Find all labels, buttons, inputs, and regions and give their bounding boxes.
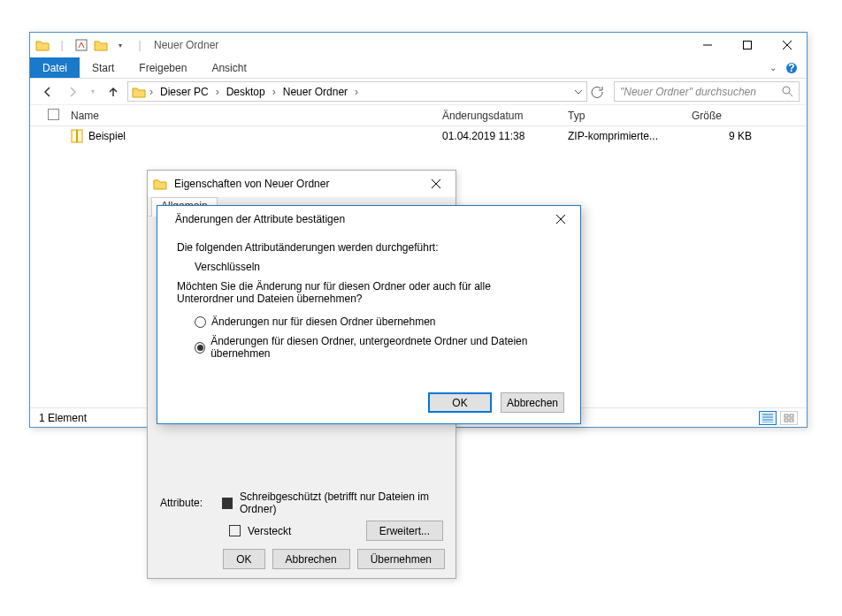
- tab-ansicht[interactable]: Ansicht: [199, 57, 258, 78]
- folder-icon: [35, 38, 50, 52]
- tab-freigeben[interactable]: Freigeben: [126, 57, 199, 78]
- radio-label-2: Änderungen für diesen Ordner, untergeord…: [210, 335, 561, 360]
- breadcrumb-dropdown-icon[interactable]: [574, 87, 583, 96]
- confirm-line2: Möchten Sie die Änderung nur für diesen …: [177, 280, 561, 305]
- chevron-right-icon[interactable]: ›: [214, 86, 221, 98]
- attributes-section: Attribute: Schreibgeschützt (betrifft nu…: [148, 482, 455, 541]
- radio-label-1: Änderungen nur für diesen Ordner überneh…: [211, 316, 436, 328]
- forward-button[interactable]: [62, 81, 83, 103]
- column-name[interactable]: Name: [65, 110, 437, 122]
- breadcrumb-item[interactable]: Neuer Ordner: [279, 86, 351, 98]
- file-date: 01.04.2019 11:38: [437, 130, 563, 142]
- hidden-checkbox[interactable]: [229, 525, 241, 536]
- back-button[interactable]: [37, 81, 58, 103]
- qat-sep: |: [55, 38, 69, 52]
- advanced-button[interactable]: Erweitert...: [366, 521, 443, 541]
- help-icon[interactable]: ?: [785, 62, 798, 74]
- maximize-button[interactable]: [727, 33, 767, 57]
- confirm-body: Die folgenden Attributänderungen werden …: [157, 232, 580, 372]
- tab-datei[interactable]: Datei: [30, 57, 80, 78]
- status-text: 1 Element: [39, 412, 87, 424]
- properties-icon[interactable]: [74, 38, 88, 52]
- props-titlebar: Eigenschaften von Neuer Ordner: [148, 171, 455, 197]
- props-close-button[interactable]: [416, 171, 455, 196]
- confirm-change: Verschlüsseln: [177, 254, 561, 280]
- file-size: 9 KB: [686, 130, 757, 142]
- up-button[interactable]: [103, 81, 124, 103]
- ribbon-expand-icon[interactable]: ⌄: [769, 63, 777, 72]
- search-placeholder: "Neuer Ordner" durchsuchen: [620, 86, 777, 98]
- view-details-button[interactable]: [759, 411, 777, 425]
- radio-option-1[interactable]: Änderungen nur für diesen Ordner überneh…: [177, 312, 561, 331]
- qat-dropdown-icon[interactable]: ▾: [113, 38, 127, 52]
- chevron-right-icon[interactable]: ›: [353, 86, 360, 98]
- column-date[interactable]: Änderungsdatum: [437, 110, 563, 122]
- svg-point-4: [783, 87, 790, 94]
- svg-rect-0: [76, 40, 87, 50]
- radio-icon[interactable]: [195, 316, 206, 328]
- svg-rect-10: [790, 419, 793, 422]
- readonly-label: Schreibgeschützt (betrifft nur Dateien i…: [240, 491, 443, 515]
- chevron-right-icon[interactable]: ›: [271, 86, 278, 98]
- confirm-title: Änderungen der Attribute bestätigen: [170, 213, 345, 225]
- file-row[interactable]: Beispiel 01.04.2019 11:38 ZIP-komprimier…: [30, 126, 807, 146]
- confirm-titlebar: Änderungen der Attribute bestätigen: [157, 206, 580, 232]
- close-button[interactable]: [767, 33, 807, 57]
- props-ok-button[interactable]: OK: [223, 549, 264, 569]
- explorer-titlebar: | ▾ | Neuer Ordner: [30, 33, 807, 57]
- zip-file-icon: [71, 129, 83, 143]
- tab-start[interactable]: Start: [80, 57, 126, 78]
- quick-access-toolbar: | ▾ |: [35, 38, 147, 52]
- folder-icon: [132, 86, 146, 98]
- radio-icon[interactable]: [195, 342, 205, 354]
- confirm-line1: Die folgenden Attributänderungen werden …: [177, 241, 561, 254]
- search-box[interactable]: "Neuer Ordner" durchsuchen: [614, 81, 800, 102]
- props-apply-button[interactable]: Übernehmen: [357, 549, 445, 569]
- svg-text:?: ?: [788, 62, 794, 74]
- radio-option-2[interactable]: Änderungen für diesen Ordner, untergeord…: [177, 331, 561, 363]
- column-type[interactable]: Typ: [563, 110, 686, 122]
- window-title: Neuer Ordner: [154, 39, 218, 51]
- svg-rect-6: [76, 130, 78, 142]
- svg-rect-7: [785, 414, 788, 417]
- svg-rect-1: [743, 42, 751, 49]
- chevron-right-icon[interactable]: ›: [148, 86, 155, 98]
- confirm-close-button[interactable]: [540, 207, 580, 232]
- ribbon-right: ⌄ ?: [769, 57, 807, 78]
- confirm-cancel-button[interactable]: Abbrechen: [501, 392, 564, 413]
- props-cancel-button[interactable]: Abbrechen: [272, 549, 350, 569]
- attributes-label: Attribute:: [160, 497, 215, 509]
- column-headers: Name Änderungsdatum Typ Größe: [30, 105, 807, 126]
- ribbon-tabs: Datei Start Freigeben Ansicht ⌄ ?: [30, 57, 807, 79]
- column-size[interactable]: Größe: [686, 110, 757, 122]
- props-title: Eigenschaften von Neuer Ordner: [174, 178, 329, 190]
- confirm-dialog: Änderungen der Attribute bestätigen Die …: [157, 205, 581, 424]
- file-name: Beispiel: [88, 130, 126, 142]
- select-all-checkbox[interactable]: [42, 109, 65, 123]
- hidden-label: Versteckt: [248, 525, 291, 537]
- view-large-button[interactable]: [780, 411, 798, 425]
- breadcrumb-item[interactable]: Desktop: [223, 86, 269, 98]
- folder-icon: [153, 178, 167, 190]
- readonly-checkbox[interactable]: [222, 498, 233, 509]
- window-controls: [687, 33, 807, 57]
- minimize-button[interactable]: [687, 33, 727, 57]
- breadcrumb-item[interactable]: Dieser PC: [157, 86, 212, 98]
- qat-sep-2: |: [133, 38, 147, 52]
- confirm-ok-button[interactable]: OK: [428, 392, 492, 413]
- svg-rect-9: [785, 419, 788, 422]
- address-row: ▾ › Dieser PC › Desktop › Neuer Ordner ›…: [30, 79, 807, 105]
- props-footer: OK Abbrechen Übernehmen: [223, 549, 445, 569]
- file-type: ZIP-komprimierte...: [563, 130, 686, 142]
- confirm-footer: OK Abbrechen: [428, 392, 564, 413]
- refresh-button[interactable]: [591, 86, 610, 98]
- svg-rect-8: [790, 414, 793, 417]
- folder-icon-2[interactable]: [94, 38, 108, 52]
- recent-dropdown[interactable]: ▾: [87, 81, 99, 103]
- search-icon[interactable]: [782, 86, 793, 97]
- breadcrumb[interactable]: › Dieser PC › Desktop › Neuer Ordner ›: [127, 81, 587, 102]
- file-name-cell[interactable]: Beispiel: [65, 129, 437, 143]
